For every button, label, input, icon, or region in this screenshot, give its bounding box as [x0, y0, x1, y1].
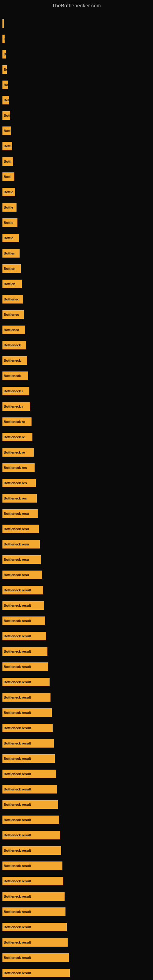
bar-label: Bottleneck result — [4, 833, 31, 837]
bar-fill — [2, 19, 4, 28]
bar-fill: Bottleneck r — [2, 402, 30, 411]
bar-fill: Bottl — [2, 126, 11, 135]
bar-label: Bottleneck resu — [4, 512, 29, 515]
bar-fill: Bottle — [2, 234, 19, 242]
bar-row: Bottlen — [0, 264, 153, 273]
bar-label: Bottleneck result — [4, 894, 31, 898]
bar-label: Bottleneck result — [4, 925, 31, 929]
bar-label: Bo — [4, 52, 6, 56]
bar-fill: Bottl — [2, 172, 14, 181]
bar-label: Bottlenec — [4, 298, 19, 301]
bar-label: Bottlen — [4, 251, 15, 255]
bar-label: Bottleneck res — [4, 481, 27, 485]
bar-fill: Bottleneck r — [2, 387, 29, 395]
bar-label: Bottleneck result — [4, 772, 31, 776]
bar-label: Bottleneck r — [4, 389, 23, 393]
bar-label: Bottle — [4, 205, 13, 209]
bar-fill: Bottleneck result — [2, 816, 59, 824]
bar-label: Bottleneck result — [4, 864, 31, 868]
bar-label: Bottleneck result — [4, 588, 31, 592]
bar-row: Bottleneck result — [0, 892, 153, 901]
bar-fill: Bottleneck re — [2, 433, 32, 441]
bar-fill: Bottlenec — [2, 295, 23, 304]
bar-fill: Bottleneck res — [2, 494, 37, 503]
bar-fill: Bottleneck result — [2, 647, 48, 656]
bar-label: Bottleneck result — [4, 971, 31, 975]
bar-fill: Bott — [2, 96, 9, 105]
bar-fill: Bottl — [2, 142, 12, 150]
bar-label: Bottlenec — [4, 313, 19, 317]
bar-row: Bottle — [0, 218, 153, 227]
bar-label: Bottleneck result — [4, 849, 31, 852]
bar-row: Bottl — [0, 157, 153, 166]
bar-fill: Bottl — [2, 157, 13, 166]
bar-row: Bottleneck — [0, 341, 153, 350]
bar-fill: Bottleneck result — [2, 678, 49, 686]
bar-fill: Bottleneck result — [2, 969, 70, 977]
bar-row: Bottleneck resu — [0, 555, 153, 564]
bar-label: Bottleneck resu — [4, 573, 29, 577]
bar-fill: Bottleneck resu — [2, 540, 40, 549]
bar-row: Bottl — [0, 111, 153, 120]
bar-fill: Bottleneck re — [2, 448, 33, 457]
bar-row: Bottleneck result — [0, 754, 153, 763]
bar-fill: Bottleneck re — [2, 417, 32, 426]
bar-fill: Bottleneck — [2, 356, 27, 365]
bar-row: Bottleneck res — [0, 479, 153, 487]
bar-label: Bottleneck r — [4, 404, 23, 408]
bar-label: Bottleneck — [4, 374, 21, 378]
bar-label: Bott — [4, 98, 9, 102]
bar-fill: Bottlen — [2, 280, 22, 288]
bar-label: Bottleneck re — [4, 435, 25, 439]
bar-fill: Bottlenec — [2, 310, 24, 319]
bar-row: Bottle — [0, 188, 153, 196]
bar-fill: Bottleneck result — [2, 616, 45, 625]
bar-row: Bottleneck result — [0, 877, 153, 885]
bar-label: Bottleneck re — [4, 420, 25, 423]
bar-row — [0, 19, 153, 28]
bar-row: Bottleneck result — [0, 601, 153, 610]
bar-row: Bottleneck result — [0, 662, 153, 671]
bar-label: Bottle — [4, 190, 13, 194]
bar-label: Bottleneck res — [4, 466, 27, 469]
bar-row: Bottleneck result — [0, 586, 153, 595]
bar-fill: Bottle — [2, 203, 16, 212]
bar-fill: Bot — [2, 81, 8, 89]
bar-row: Bottleneck re — [0, 433, 153, 441]
bar-row: Bottleneck r — [0, 402, 153, 411]
bar-label: Bottleneck result — [4, 649, 31, 653]
bar-row: F — [0, 35, 153, 43]
bar-label: Bottleneck result — [4, 695, 31, 699]
bar-row: Bottlen — [0, 280, 153, 288]
bar-label: Bottleneck result — [4, 726, 31, 730]
bar-row: Bottl — [0, 142, 153, 150]
bar-row: Bottleneck result — [0, 708, 153, 717]
bar-label: Bottleneck result — [4, 940, 31, 944]
bar-label: Bottleneck result — [4, 634, 31, 638]
bar-fill: Bottleneck — [2, 341, 26, 350]
bar-row: Bo — [0, 50, 153, 59]
bar-label: Bottleneck result — [4, 910, 31, 913]
bar-label: Bottl — [4, 129, 11, 133]
bar-row: Bott — [0, 96, 153, 105]
bar-row: Bottleneck result — [0, 693, 153, 702]
bar-label: F — [4, 37, 5, 41]
bar-row: Bottleneck result — [0, 907, 153, 916]
bar-fill: Bottleneck result — [2, 693, 51, 702]
bar-fill: Bottleneck result — [2, 861, 62, 870]
bar-label: Bottle — [4, 236, 13, 240]
bar-row: Bottleneck result — [0, 616, 153, 625]
bar-label: Bottleneck re — [4, 450, 25, 454]
bar-row: Bottleneck res — [0, 463, 153, 472]
bar-row: Bottlenec — [0, 310, 153, 319]
bar-row: Bottleneck result — [0, 846, 153, 855]
bar-label: Bottleneck result — [4, 741, 31, 745]
bar-label: Bot — [4, 68, 7, 72]
bar-fill: Bottleneck result — [2, 953, 69, 962]
bar-fill: Bottleneck result — [2, 708, 52, 717]
bar-row: Bottleneck result — [0, 678, 153, 686]
bar-row: Bottl — [0, 172, 153, 181]
bar-row: Bottleneck — [0, 371, 153, 380]
bar-fill: Bottleneck result — [2, 800, 58, 809]
bar-row: Bottleneck result — [0, 816, 153, 824]
